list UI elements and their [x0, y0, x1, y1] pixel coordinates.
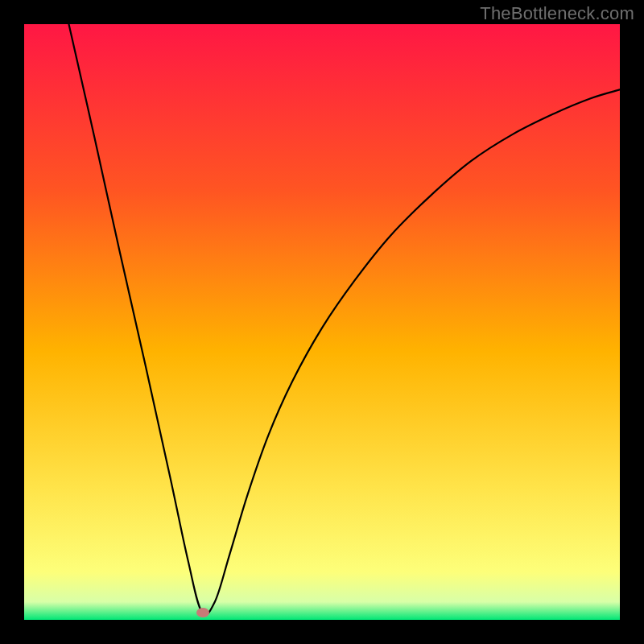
minimum-marker: [196, 608, 209, 617]
chart-background: [24, 24, 620, 620]
chart-frame: [24, 24, 620, 620]
svg-rect-0: [24, 24, 620, 620]
watermark-text: TheBottleneck.com: [480, 3, 634, 24]
